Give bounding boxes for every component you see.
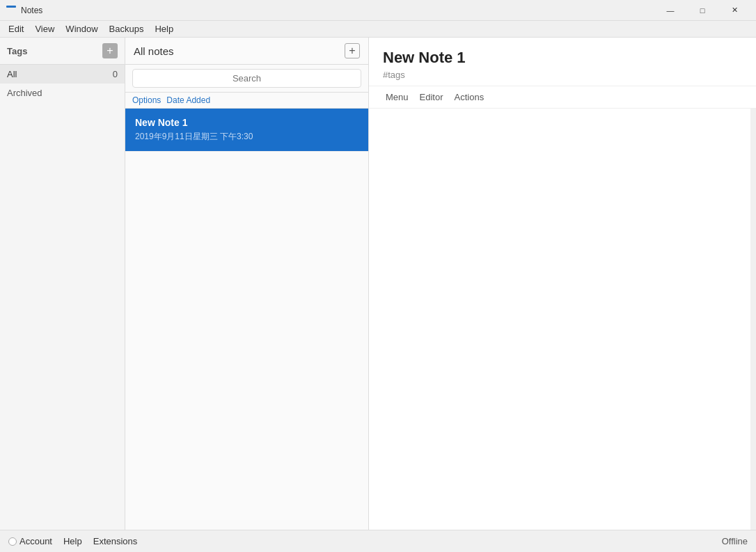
note-editor-panel: New Note 1 #tags Menu Editor Actions: [369, 38, 756, 530]
notes-list: New Note 1 2019年9月11日星期三 下午3:30: [125, 109, 368, 530]
add-tag-button[interactable]: +: [102, 43, 118, 58]
account-indicator[interactable]: Account: [8, 536, 52, 546]
toolbar-actions[interactable]: Actions: [452, 90, 487, 104]
all-tags-item[interactable]: All 0: [0, 65, 125, 84]
note-content-area[interactable]: [369, 109, 756, 530]
bottom-left: Account Help Extensions: [8, 536, 137, 546]
title-bar-left: Notes: [6, 5, 42, 16]
title-bar: Notes — □ ✕: [0, 0, 756, 21]
archived-label: Archived: [7, 88, 42, 98]
minimize-button[interactable]: —: [654, 0, 686, 21]
note-tags-display: #tags: [383, 70, 742, 80]
account-circle-icon: [8, 537, 17, 546]
notes-sort-bar: Options Date Added: [125, 93, 368, 109]
app-icon: [6, 5, 17, 16]
note-toolbar: Menu Editor Actions: [369, 86, 756, 109]
all-tags-count: 0: [113, 69, 118, 79]
all-notes-label: All notes: [134, 45, 174, 57]
toolbar-editor[interactable]: Editor: [417, 90, 446, 104]
search-input[interactable]: [132, 69, 361, 88]
offline-status: Offline: [722, 536, 748, 546]
note-editor-header: New Note 1 #tags: [369, 38, 756, 86]
menu-view[interactable]: View: [29, 22, 60, 36]
note-item[interactable]: New Note 1 2019年9月11日星期三 下午3:30: [125, 109, 368, 152]
all-tags-label: All: [7, 69, 17, 79]
extensions-link[interactable]: Extensions: [93, 536, 138, 546]
bottom-bar: Account Help Extensions Offline: [0, 530, 756, 552]
toolbar-menu[interactable]: Menu: [383, 90, 411, 104]
menu-window[interactable]: Window: [60, 22, 103, 36]
tags-header: Tags +: [0, 38, 125, 65]
sort-date-added[interactable]: Date Added: [166, 95, 210, 105]
close-button[interactable]: ✕: [718, 0, 750, 21]
menu-help[interactable]: Help: [149, 22, 179, 36]
menu-bar: Edit View Window Backups Help: [0, 21, 756, 38]
svg-rect-0: [6, 6, 16, 8]
archived-item[interactable]: Archived: [0, 84, 125, 102]
account-link[interactable]: Account: [19, 536, 52, 546]
note-scrollbar[interactable]: [750, 109, 756, 530]
help-link[interactable]: Help: [63, 536, 82, 546]
sort-options[interactable]: Options: [132, 95, 161, 105]
menu-edit[interactable]: Edit: [3, 22, 29, 36]
add-note-button[interactable]: +: [345, 43, 360, 58]
menu-backups[interactable]: Backups: [104, 22, 150, 36]
sidebar: Tags + All 0 Archived: [0, 38, 125, 530]
note-item-title: New Note 1: [135, 117, 359, 128]
notes-list-header: All notes +: [125, 38, 368, 65]
note-title-display: New Note 1: [383, 49, 742, 67]
window-controls: — □ ✕: [654, 0, 750, 21]
note-item-date: 2019年9月11日星期三 下午3:30: [135, 131, 359, 143]
title-text: Notes: [21, 6, 42, 15]
search-bar: [125, 65, 368, 93]
main-content: Tags + All 0 Archived All notes + Option…: [0, 38, 756, 530]
maximize-button[interactable]: □: [686, 0, 718, 21]
notes-list-panel: All notes + Options Date Added New Note …: [125, 38, 369, 530]
tags-label: Tags: [7, 46, 27, 56]
